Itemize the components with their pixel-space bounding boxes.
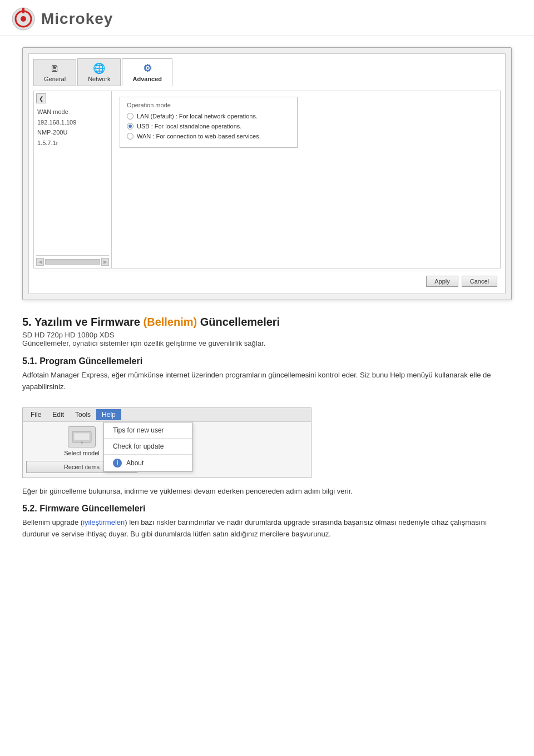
device-icon <box>68 426 96 447</box>
tab-advanced[interactable]: ⚙ Advanced <box>122 58 172 86</box>
section5-2-body-accent: iyileştirmeleri <box>83 518 125 526</box>
section5-title-suffix: Güncellemeleri <box>197 316 280 328</box>
microkey-logo-icon <box>11 7 36 31</box>
menu-screenshot: File Edit Tools Help Tips for new user C… <box>22 407 312 478</box>
dialog-body: ❮ WAN mode 192.168.1.109 NMP-200U 1.5.7.… <box>33 91 501 268</box>
apply-button[interactable]: Apply <box>426 276 458 287</box>
tab-network-label: Network <box>88 76 110 82</box>
radio-lan[interactable]: LAN (Default) : For local network operat… <box>127 113 290 120</box>
advanced-tab-icon: ⚙ <box>143 62 152 74</box>
dropdown-about[interactable]: i About <box>104 455 192 471</box>
logo-text: Microkey <box>41 10 113 28</box>
radio-usb-circle[interactable] <box>127 123 134 130</box>
dropdown-check-update[interactable]: Check for update <box>104 439 192 455</box>
about-label: About <box>126 459 144 467</box>
dropdown-tips[interactable]: Tips for new user <box>104 422 192 439</box>
operation-mode-group: Operation mode LAN (Default) : For local… <box>120 97 298 148</box>
section5-title-accent: (Bellenim) <box>144 316 197 328</box>
tips-label: Tips for new user <box>113 426 164 434</box>
sidebar-item-ip: 192.168.1.109 <box>37 117 109 128</box>
operation-mode-title: Operation mode <box>127 102 290 108</box>
sidebar-items: WAN mode 192.168.1.109 NMP-200U 1.5.7.1r <box>36 107 109 148</box>
header: Microkey <box>0 0 534 36</box>
tab-advanced-label: Advanced <box>132 76 162 82</box>
dialog-inner: 🗎 General 🌐 Network ⚙ Advanced ❮ <box>28 53 506 294</box>
menu-body-area: Tips for new user Check for update i Abo… <box>23 422 311 478</box>
select-model-label: Select model <box>64 450 100 456</box>
dialog-sidebar: ❮ WAN mode 192.168.1.109 NMP-200U 1.5.7.… <box>34 91 112 268</box>
after-menu-text: Eğer bir güncelleme bulunursa, indirme v… <box>22 486 512 498</box>
section5-1-title: 5.1. Program Güncellemeleri <box>22 356 512 366</box>
network-tab-icon: 🌐 <box>93 62 105 74</box>
section5-subtitle: SD HD 720p HD 1080p XDS Güncellemeler, o… <box>22 331 512 347</box>
dialog-tabs: 🗎 General 🌐 Network ⚙ Advanced <box>33 58 501 86</box>
scroll-bar[interactable] <box>45 259 100 265</box>
radio-usb[interactable]: USB : For local standalone operations. <box>127 123 290 130</box>
section5-2-body: Bellenim upgrade (iyileştirmeleri) leri … <box>22 517 512 540</box>
scroll-left-button[interactable]: ◀ <box>36 258 44 266</box>
section5-2-title: 5.2. Firmware Güncellemeleri <box>22 504 512 514</box>
dialog-main-area: Operation mode LAN (Default) : For local… <box>112 91 500 268</box>
section5-subtitle-line1: SD HD 720p HD 1080p XDS <box>22 331 512 339</box>
main-content: 🗎 General 🌐 Network ⚙ Advanced ❮ <box>0 36 534 564</box>
section5-subtitle-line2: Güncellemeler, oynatıcı sistemler için ö… <box>22 339 512 347</box>
dialog-footer: Apply Cancel <box>33 271 501 289</box>
sidebar-item-nmp: NMP-200U <box>37 127 109 138</box>
svg-rect-6 <box>74 433 90 440</box>
radio-lan-circle[interactable] <box>127 113 134 120</box>
menu-file[interactable]: File <box>25 409 47 420</box>
sidebar-scrollbar: ◀ ▶ <box>36 255 109 266</box>
dropdown-box: Tips for new user Check for update i Abo… <box>103 422 192 472</box>
menu-help[interactable]: Help <box>96 409 121 420</box>
menu-edit[interactable]: Edit <box>47 409 70 420</box>
tab-general[interactable]: 🗎 General <box>33 59 76 86</box>
section5-title: 5. Yazılım ve Firmware (Bellenim) Güncel… <box>22 316 512 329</box>
sidebar-item-version: 1.5.7.1r <box>37 138 109 148</box>
menu-bar: File Edit Tools Help <box>23 408 311 422</box>
menu-tools[interactable]: Tools <box>70 409 96 420</box>
radio-wan-circle[interactable] <box>127 133 134 140</box>
cancel-button[interactable]: Cancel <box>462 276 497 287</box>
radio-wan-label: WAN : For connection to web-based servic… <box>137 133 261 140</box>
radio-lan-label: LAN (Default) : For local network operat… <box>137 113 258 120</box>
info-icon: i <box>113 459 122 467</box>
tab-general-label: General <box>44 76 66 82</box>
tab-network[interactable]: 🌐 Network <box>77 58 121 86</box>
section5-1-body: Adfotain Manager Express, eğer mümkünse … <box>22 370 512 393</box>
section5-2-body-start: Bellenim upgrade ( <box>22 518 83 526</box>
scroll-right-button[interactable]: ▶ <box>101 258 109 266</box>
check-update-label: Check for update <box>113 442 164 450</box>
sidebar-item-wan-mode: WAN mode <box>37 107 109 117</box>
radio-usb-label: USB : For local standalone operations. <box>137 123 241 130</box>
dialog-screenshot: 🗎 General 🌐 Network ⚙ Advanced ❮ <box>22 47 512 300</box>
general-tab-icon: 🗎 <box>50 63 60 74</box>
svg-point-7 <box>81 441 83 444</box>
svg-point-2 <box>21 16 26 22</box>
radio-wan[interactable]: WAN : For connection to web-based servic… <box>127 133 290 140</box>
sidebar-back-button[interactable]: ❮ <box>36 93 46 103</box>
device-svg <box>71 429 92 445</box>
section5-title-prefix: 5. Yazılım ve Firmware <box>22 316 144 328</box>
